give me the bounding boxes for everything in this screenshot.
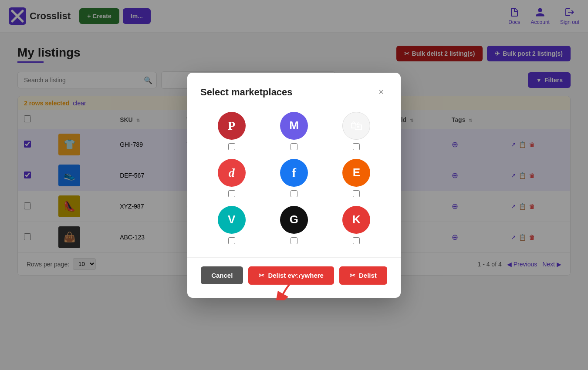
facebook-logo: f — [280, 159, 308, 187]
marketplace-item-depop: d — [200, 159, 263, 197]
marketplace-item-grailed: G — [263, 206, 325, 244]
marketplace-item-poshmark: P — [200, 112, 263, 150]
google shopping-checkbox[interactable] — [353, 143, 360, 150]
mercari-checkbox[interactable] — [291, 143, 297, 150]
etsy-checkbox[interactable] — [353, 190, 360, 197]
marketplace-item-kidizen: K — [325, 206, 388, 244]
marketplace-item-google-shopping: 🛍 — [325, 112, 388, 150]
facebook-checkbox[interactable] — [291, 190, 297, 197]
marketplace-grid: P M 🛍 d f E V G K — [200, 112, 388, 244]
marketplace-item-facebook: f — [263, 159, 325, 197]
modal: Select marketplaces × P M 🛍 d f E V G K … — [187, 73, 401, 298]
kidizen-checkbox[interactable] — [353, 237, 360, 244]
grailed-checkbox[interactable] — [291, 237, 297, 244]
modal-overlay[interactable]: Select marketplaces × P M 🛍 d f E V G K … — [0, 0, 588, 370]
etsy-logo: E — [342, 159, 370, 187]
marketplace-item-vestiaire: V — [200, 206, 263, 244]
vestiaire-logo: V — [218, 206, 246, 234]
delist-button[interactable]: ✂ Delist — [339, 266, 387, 285]
delist-icon-2: ✂ — [350, 272, 355, 279]
modal-footer: Cancel ✂ Delist everywhere ✂ Delist — [200, 266, 388, 285]
grailed-logo: G — [280, 206, 308, 234]
poshmark-logo: P — [218, 112, 246, 140]
vestiaire-checkbox[interactable] — [228, 237, 235, 244]
delist-everywhere-button[interactable]: ✂ Delist everywhere — [248, 266, 334, 285]
marketplace-item-mercari: M — [263, 112, 325, 150]
depop-logo: d — [218, 159, 246, 187]
modal-close-button[interactable]: × — [375, 86, 388, 99]
scissors-icon: ✂ — [259, 272, 264, 279]
mercari-logo: M — [280, 112, 308, 140]
cancel-button[interactable]: Cancel — [201, 266, 243, 284]
marketplace-item-etsy: E — [325, 159, 388, 197]
google shopping-logo: 🛍 — [342, 112, 370, 140]
modal-divider — [187, 257, 401, 258]
modal-header: Select marketplaces × — [200, 86, 388, 99]
modal-title: Select marketplaces — [200, 87, 293, 98]
kidizen-logo: K — [342, 206, 370, 234]
depop-checkbox[interactable] — [228, 190, 235, 197]
poshmark-checkbox[interactable] — [228, 143, 235, 150]
